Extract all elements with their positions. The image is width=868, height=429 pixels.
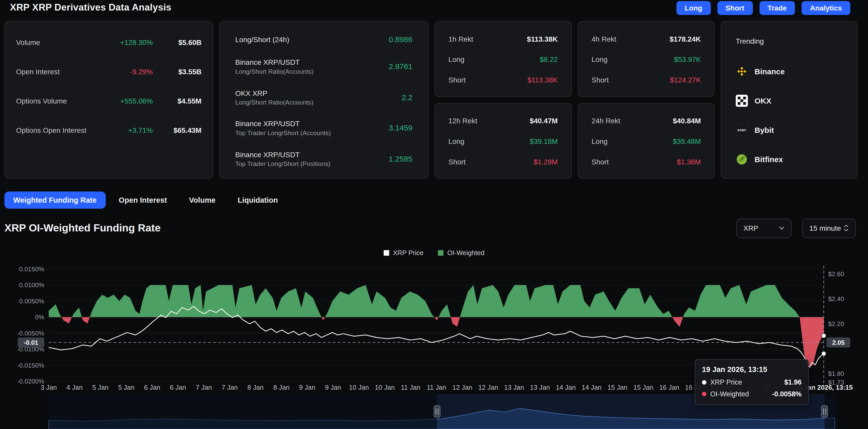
ratio-row: Long/Short (24h) 0.8986 — [236, 35, 412, 44]
trending-name: Bybit — [754, 125, 774, 134]
svg-text:0.0050%: 0.0050% — [19, 298, 44, 305]
stat-row-volume: Volume +128.30% $5.60B — [16, 38, 202, 46]
page-title: XRP XRP Derivatives Data Analysis — [10, 2, 172, 13]
tab-open-interest[interactable]: Open Interest — [110, 191, 176, 208]
ratio-value: 0.8986 — [389, 35, 412, 44]
ratio-subtitle: Top Trader Long/Short (Accounts) — [236, 130, 331, 136]
ratio-subtitle: Long/Short Ratio(Accounts) — [236, 68, 313, 74]
chart-section-header: XRP OI-Weighted Funding Rate XRP 15 minu… — [4, 218, 856, 238]
rekt-total: $40.47M — [530, 117, 558, 125]
derivatives-dashboard: XRP XRP Derivatives Data Analysis Long S… — [0, 0, 868, 429]
analytics-button[interactable]: Analytics — [802, 1, 850, 14]
trending-item-binance[interactable]: Binance — [736, 57, 843, 86]
interval-select[interactable]: 15 minute — [802, 218, 856, 238]
rekt-long-value: $8.22 — [539, 55, 558, 63]
svg-text:-0.0200%: -0.0200% — [17, 378, 44, 385]
trending-item-okx[interactable]: OKX — [736, 86, 843, 115]
rekt-card-24h: 24h Rekt$40.84M Long$39.48M Short$1.36M — [578, 103, 715, 179]
rekt-total: $40.84M — [673, 117, 701, 125]
oi-weighted-dot-icon — [702, 392, 706, 396]
svg-text:13 Jan: 13 Jan — [504, 384, 524, 391]
trending-item-bybit[interactable]: BYBIT Bybit — [736, 115, 843, 144]
svg-text:9 Jan: 9 Jan — [325, 384, 341, 391]
top-bar: XRP XRP Derivatives Data Analysis Long S… — [10, 0, 850, 15]
interval-select-value: 15 minute — [809, 224, 841, 232]
svg-text:9 Jan: 9 Jan — [299, 384, 315, 391]
market-stats-card: Volume +128.30% $5.60B Open Interest -9.… — [4, 21, 213, 179]
ratio-value: 1.2585 — [389, 154, 412, 163]
stat-change: +3.71% — [128, 126, 153, 134]
ratio-row: OKX XRP Long/Short Ratio(Accounts) 2.2 — [236, 89, 412, 106]
rekt-card-1h: 1h Rekt$113.38K Long$8.22 Short$113.38K — [435, 21, 571, 97]
tab-weighted-funding-rate[interactable]: Weighted Funding Rate — [4, 191, 105, 208]
svg-text:0.0150%: 0.0150% — [19, 266, 44, 272]
legend-item-xrp-price[interactable]: XRP Price — [384, 249, 424, 257]
legend-item-oi-weighted[interactable]: OI-Weighted — [438, 249, 484, 257]
svg-text:4 Jan: 4 Jan — [67, 384, 83, 391]
ratio-title: Binance XRP/USDT — [236, 58, 313, 66]
svg-text:12 Jan: 12 Jan — [478, 384, 498, 391]
stat-label: Open Interest — [16, 68, 60, 76]
rekt-short-label: Short — [448, 76, 466, 84]
rekt-long-label: Long — [448, 55, 464, 63]
svg-text:8 Jan: 8 Jan — [247, 384, 264, 391]
symbol-select[interactable]: XRP — [736, 218, 792, 238]
stat-label: Volume — [16, 38, 40, 46]
tooltip-label: XRP Price — [710, 378, 742, 386]
rekt-long-label: Long — [591, 55, 608, 63]
rekt-short-value: $113.38K — [528, 76, 558, 84]
rekt-long-value: $39.18M — [530, 137, 558, 145]
svg-text:11 Jan: 11 Jan — [401, 384, 421, 391]
trade-button[interactable]: Trade — [759, 1, 795, 14]
svg-text:11 Jan: 11 Jan — [427, 384, 446, 391]
svg-text:12 Jan: 12 Jan — [453, 384, 472, 391]
svg-text:6 Jan: 6 Jan — [144, 384, 160, 391]
svg-text:-0.0150%: -0.0150% — [17, 362, 44, 369]
tab-liquidation[interactable]: Liquidation — [229, 191, 287, 208]
short-button[interactable]: Short — [717, 1, 753, 14]
up-down-arrows-icon — [844, 225, 848, 231]
svg-text:6 Jan: 6 Jan — [170, 384, 186, 391]
ratio-title: Binance XRP/USDT — [236, 151, 331, 159]
rekt-period: 12h Rekt — [448, 117, 477, 125]
rekt-long-label: Long — [448, 137, 464, 145]
bitfinex-icon — [736, 153, 748, 165]
rekt-period: 1h Rekt — [448, 35, 473, 43]
stat-value: $5.60B — [153, 38, 202, 46]
stat-label: Options Volume — [16, 97, 67, 105]
svg-text:$2.40: $2.40 — [828, 295, 844, 302]
rekt-short-value: $124.27K — [670, 76, 701, 84]
stat-value: $65.43M — [153, 126, 202, 134]
svg-text:2.05: 2.05 — [832, 339, 845, 346]
svg-text:13 Jan: 13 Jan — [530, 384, 550, 391]
tooltip-label: OI-Weighted — [710, 390, 749, 398]
ratio-row: Binance XRP/USDT Top Trader Long/Short (… — [236, 120, 412, 136]
chart-legend: XRP Price OI-Weighted — [0, 249, 868, 257]
svg-text:0.0100%: 0.0100% — [19, 282, 44, 289]
ratio-value: 3.1459 — [389, 124, 412, 132]
price-dot-icon — [702, 380, 706, 385]
tooltip-value: $1.96 — [784, 378, 801, 386]
stat-row-options-volume: Options Volume +555.06% $4.55M — [16, 97, 202, 105]
svg-text:3 Jan: 3 Jan — [40, 384, 57, 391]
trending-name: Bitfinex — [754, 155, 783, 163]
trending-title: Trending — [736, 37, 843, 45]
svg-text:BYBIT: BYBIT — [738, 128, 746, 132]
rekt-period: 4h Rekt — [591, 35, 616, 43]
rekt-short-label: Short — [591, 158, 609, 166]
rekt-short-label: Short — [448, 158, 466, 166]
stat-change: +128.30% — [120, 38, 153, 46]
ratio-row: Binance XRP/USDT Top Trader Long/Short (… — [236, 151, 412, 167]
trending-item-bitfinex[interactable]: Bitfinex — [736, 144, 843, 174]
long-button[interactable]: Long — [676, 1, 711, 14]
long-short-ratios-card: Long/Short (24h) 0.8986 Binance XRP/USDT… — [219, 21, 428, 179]
rekt-long-label: Long — [591, 137, 608, 145]
summary-cards-row: Volume +128.30% $5.60B Open Interest -9.… — [4, 21, 858, 179]
svg-text:-0.0050%: -0.0050% — [17, 330, 44, 337]
rekt-short-label: Short — [591, 76, 609, 84]
tab-volume[interactable]: Volume — [180, 191, 224, 208]
rekt-total: $178.24K — [670, 35, 701, 43]
svg-text:15 Jan: 15 Jan — [608, 384, 627, 391]
svg-text:16 Jan: 16 Jan — [659, 384, 679, 391]
tooltip-timestamp: 19 Jan 2026, 13:15 — [702, 365, 802, 373]
